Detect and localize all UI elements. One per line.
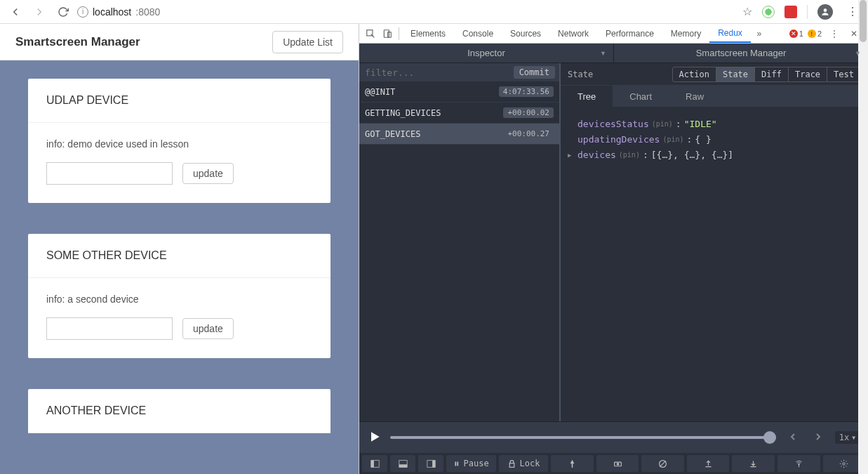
timeline-slider-row: 1x▼ xyxy=(359,422,868,453)
app-scrollbar[interactable] xyxy=(858,0,868,474)
back-button[interactable] xyxy=(6,2,25,22)
update-list-button[interactable]: Update List xyxy=(272,31,343,53)
view-tabs: Tree Chart Raw xyxy=(561,86,868,107)
redux-devtools: Inspector ▼ Smartscreen Manager ▼ Commit xyxy=(359,44,868,474)
more-tabs-icon[interactable]: » xyxy=(751,25,768,42)
svg-point-19 xyxy=(843,462,845,464)
toggle-test[interactable]: Test xyxy=(827,67,860,81)
inspect-element-icon[interactable] xyxy=(362,25,379,42)
speed-dropdown[interactable]: 1x▼ xyxy=(835,431,860,444)
layout-left-icon[interactable] xyxy=(362,455,387,472)
device-info: info: a second device xyxy=(46,294,312,305)
state-label: State xyxy=(568,70,672,79)
step-back-button[interactable] xyxy=(784,431,801,445)
bookmark-icon[interactable]: ☆ xyxy=(742,5,752,18)
devtools-tab-elements[interactable]: Elements xyxy=(402,24,454,43)
toggle-action[interactable]: Action xyxy=(673,67,716,81)
device-update-button[interactable]: update xyxy=(182,163,234,184)
import-icon[interactable] xyxy=(732,455,775,472)
layout-bottom-icon[interactable] xyxy=(390,455,415,472)
persist-icon[interactable] xyxy=(641,455,684,472)
timeline-slider[interactable] xyxy=(390,436,776,439)
devtools-tab-console[interactable]: Console xyxy=(454,24,502,43)
app-body: UDLAP DEVICE info: demo device used in l… xyxy=(0,60,359,474)
remote-icon[interactable] xyxy=(777,455,820,472)
divider xyxy=(807,5,808,19)
svg-rect-2 xyxy=(384,29,389,37)
action-item[interactable]: GOT_DEVICES +00:00.27 xyxy=(359,124,559,145)
export-icon[interactable] xyxy=(687,455,730,472)
instance-dropdown[interactable]: Smartscreen Manager ▼ xyxy=(614,44,868,62)
dispatch-icon[interactable] xyxy=(596,455,639,472)
device-title: SOME OTHER DEVICE xyxy=(28,234,330,278)
devtools-pane: Elements Console Sources Network Perform… xyxy=(359,24,868,474)
slider-thumb[interactable] xyxy=(763,431,776,444)
devtools-tab-network[interactable]: Network xyxy=(549,24,597,43)
url-host: localhost xyxy=(93,6,131,18)
tree-row[interactable]: updatingDevices (pin): { } xyxy=(568,132,861,147)
svg-point-15 xyxy=(617,463,618,464)
browser-toolbar: i localhost:8080 ☆ ⋮ xyxy=(0,0,868,24)
layout-right-icon[interactable] xyxy=(418,455,443,472)
step-forward-button[interactable] xyxy=(810,431,827,445)
svg-rect-12 xyxy=(457,461,458,466)
devtools-menu-icon[interactable]: ⋮ xyxy=(826,25,843,42)
view-toggle-group: Action State Diff Trace Test xyxy=(672,67,861,82)
reload-button[interactable] xyxy=(53,2,73,22)
svg-line-17 xyxy=(660,461,666,466)
svg-marker-4 xyxy=(371,432,380,441)
device-title: ANOTHER DEVICE xyxy=(28,389,330,433)
devtools-tab-sources[interactable]: Sources xyxy=(502,24,549,43)
lock-button[interactable]: Lock xyxy=(499,455,549,472)
state-tree: devicesStatus (pin): "IDLE" updatingDevi… xyxy=(561,107,868,421)
tree-row[interactable]: ▶ devices (pin): [{…}, {…}, {…}] xyxy=(568,147,861,163)
divider xyxy=(399,27,399,40)
play-button[interactable] xyxy=(368,430,382,446)
device-update-button[interactable]: update xyxy=(182,318,234,339)
view-tab-raw[interactable]: Raw xyxy=(669,86,721,107)
error-count[interactable]: ✕1 xyxy=(789,29,803,38)
app-header: Smartscreen Manager Update List xyxy=(0,24,359,60)
warning-count[interactable]: !2 xyxy=(808,29,822,38)
svg-rect-6 xyxy=(370,460,373,467)
svg-point-18 xyxy=(798,463,799,465)
address-bar[interactable]: i localhost:8080 xyxy=(77,6,160,18)
device-info: info: demo device used in lesson xyxy=(46,138,312,150)
svg-point-0 xyxy=(824,8,827,12)
svg-rect-11 xyxy=(455,461,456,466)
filter-input[interactable] xyxy=(359,67,514,78)
devtools-tab-performance[interactable]: Performance xyxy=(597,24,662,43)
pause-button[interactable]: Pause xyxy=(446,455,496,472)
redux-toolbar: Pause Lock xyxy=(359,453,868,474)
action-item[interactable]: @@INIT 4:07:33.56 xyxy=(359,81,559,103)
svg-rect-10 xyxy=(432,460,435,467)
action-item[interactable]: GETTING_DEVICES +00:00.02 xyxy=(359,103,559,124)
url-port: :8080 xyxy=(135,6,160,18)
action-list-pane: Commit @@INIT 4:07:33.56 GETTING_DEVICES… xyxy=(359,63,561,421)
chevron-down-icon: ▼ xyxy=(855,50,861,57)
device-input[interactable] xyxy=(46,162,173,185)
chevron-down-icon: ▼ xyxy=(600,50,606,57)
device-input[interactable] xyxy=(46,317,173,340)
device-card: ANOTHER DEVICE xyxy=(28,389,330,433)
extension-icon-1[interactable] xyxy=(762,6,775,18)
toggle-trace[interactable]: Trace xyxy=(789,67,827,81)
tree-row[interactable]: devicesStatus (pin): "IDLE" xyxy=(568,117,861,132)
site-info-icon[interactable]: i xyxy=(77,6,88,18)
app-pane: Smartscreen Manager Update List UDLAP DE… xyxy=(0,24,359,474)
device-toggle-icon[interactable] xyxy=(379,25,396,42)
commit-button[interactable]: Commit xyxy=(514,66,555,79)
toggle-diff[interactable]: Diff xyxy=(755,67,789,81)
view-tab-tree[interactable]: Tree xyxy=(561,86,613,107)
devtools-tab-redux[interactable]: Redux xyxy=(709,24,751,43)
expand-caret-icon[interactable]: ▶ xyxy=(568,147,575,163)
toggle-state[interactable]: State xyxy=(716,67,755,81)
svg-rect-13 xyxy=(509,463,514,467)
extension-icon-2[interactable] xyxy=(784,6,797,18)
forward-button[interactable] xyxy=(29,2,49,22)
view-tab-chart[interactable]: Chart xyxy=(613,86,669,107)
devtools-tab-memory[interactable]: Memory xyxy=(662,24,709,43)
inspector-dropdown[interactable]: Inspector ▼ xyxy=(359,44,614,62)
pin-icon[interactable] xyxy=(551,455,594,472)
profile-avatar[interactable] xyxy=(817,4,833,20)
